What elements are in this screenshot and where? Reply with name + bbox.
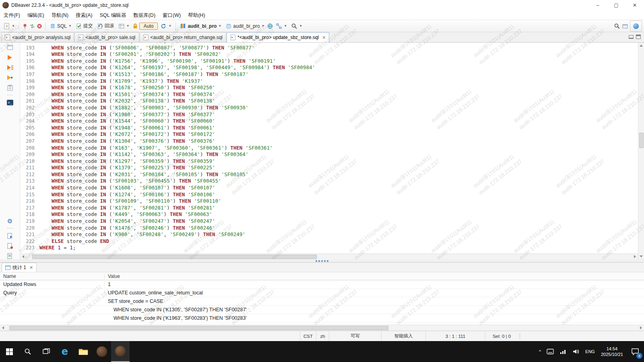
schema-selector[interactable]: audit_bi_pro ▼ — [224, 22, 266, 30]
table-row[interactable]: SET store_code = CASE — [0, 297, 644, 306]
editor-tab[interactable]: <audit_bi_pro> return_change.sql — [140, 32, 226, 42]
scroll-right-icon[interactable] — [638, 325, 644, 331]
code-line[interactable]: 214 WHEN store_code IN ('K1608', 'SF0010… — [20, 185, 638, 191]
editor-horizontal-scrollbar[interactable] — [20, 253, 638, 259]
hscroll-thumb[interactable] — [32, 255, 317, 259]
close-button[interactable]: ✕ — [625, 0, 644, 10]
sql-console-icon[interactable]: >_ — [6, 99, 14, 106]
panel-horizontal-scrollbar[interactable] — [0, 325, 644, 331]
code-line[interactable]: 208 WHEN store_code IN ('K163', 'K1907',… — [20, 145, 638, 152]
globe-icon[interactable] — [267, 23, 273, 29]
code-line[interactable]: 199 WHEN store_code IN ('K1678', 'SF0025… — [20, 84, 638, 91]
vscroll-thumb[interactable] — [639, 133, 644, 148]
maximize-button[interactable]: ▢ — [607, 0, 625, 10]
code-line[interactable]: 223WHERE 1 = 1; — [20, 245, 638, 251]
column-header-name[interactable]: Name — [0, 274, 105, 279]
vscroll-track[interactable] — [638, 49, 644, 253]
editor-tab[interactable]: *<audit_bi_pro> update_sbz_store.sql✕ — [227, 32, 329, 42]
execute-script-icon[interactable] — [6, 64, 14, 71]
table-row[interactable]: Updated Rows1 — [0, 280, 644, 289]
code-line[interactable]: 207 WHEN store_code IN ('K1304', 'SF0037… — [20, 138, 638, 145]
execute-new-tab-icon[interactable] — [6, 74, 14, 81]
code-line[interactable]: 210 WHEN store_code IN ('K1297', 'SF0035… — [20, 158, 638, 165]
menu-item-7[interactable]: 窗口(W) — [159, 10, 184, 20]
code-line[interactable]: 216 WHEN store_code IN ('SF00109', 'SF00… — [20, 198, 638, 205]
code-line[interactable]: 215 WHEN store_code IN ('K1274', 'SF0010… — [20, 191, 638, 198]
menu-item-5[interactable]: SQL 编辑器 — [96, 10, 130, 20]
connection-selector[interactable]: audit_bi_pro ▼ — [178, 22, 223, 30]
language-indicator[interactable]: ENG — [582, 341, 598, 362]
search-dropdown[interactable]: ▼ — [289, 22, 304, 30]
code-line[interactable]: 198 WHEN store_code IN ('K1709', 'K1937'… — [20, 78, 638, 85]
hscroll-thumb[interactable] — [9, 326, 388, 330]
code-line[interactable]: 200 WHEN store_code IN ('K1501', 'SF0037… — [20, 91, 638, 98]
editor-vertical-scrollbar[interactable] — [638, 43, 644, 259]
menu-item-3[interactable]: 导航(N) — [48, 10, 72, 20]
code-line[interactable]: 221 WHEN store_code IN ('K980', 'SF00248… — [20, 231, 638, 238]
panel-toggle-icon[interactable] — [6, 44, 14, 51]
code-line[interactable]: 204 WHEN store_code IN ('K1544', 'SF0006… — [20, 118, 638, 125]
taskbar-search-button[interactable] — [19, 341, 37, 362]
code-line[interactable]: 194 WHEN store_code IN ('SF00201', 'SF00… — [20, 51, 638, 58]
explain-plan-icon[interactable] — [6, 84, 14, 91]
save-file-icon[interactable] — [6, 242, 14, 249]
refresh-dropdown[interactable]: ▼ — [159, 22, 173, 30]
dbeaver-taskbar-button[interactable] — [93, 341, 111, 362]
minimize-button[interactable]: – — [588, 0, 607, 10]
close-panel-tab-icon[interactable]: ✕ — [29, 265, 33, 270]
menu-item-2[interactable]: 编辑(E) — [24, 10, 48, 20]
scroll-right-icon[interactable] — [632, 254, 638, 260]
code-line[interactable]: 211 WHEN store_code IN ('K1379', 'SF0022… — [20, 165, 638, 171]
editor-tab[interactable]: <audit_bi_pro> analysis.sql — [1, 32, 74, 42]
minimize-view-icon[interactable] — [622, 23, 628, 29]
table-row[interactable]: QueryUPDATE custom_online_sale_return_lo… — [0, 289, 644, 297]
file-explorer-button[interactable] — [74, 341, 93, 362]
code-line[interactable]: 201 WHEN store_code IN ('K2032', 'SF0013… — [20, 98, 638, 105]
scroll-left-icon[interactable] — [0, 325, 6, 331]
table-row[interactable]: WHEN store_code IN ('K1963', 'SF00283') … — [0, 314, 644, 323]
editor-tab[interactable]: <audit_bi_pro> sale.sql — [74, 32, 139, 42]
edge-browser-button[interactable]: e — [56, 341, 74, 362]
tab-statistics[interactable]: 统计 1 ✕ — [2, 263, 37, 272]
close-tab-icon[interactable]: ✕ — [322, 35, 326, 40]
table-row[interactable]: WHEN store_code IN ('K1305', 'SF00287') … — [0, 306, 644, 314]
code-line[interactable]: 212 WHEN store_code IN ('K2031', 'SF0010… — [20, 171, 638, 178]
code-line[interactable]: 193 WHEN store_code IN ('SF00806', 'SF00… — [20, 45, 638, 51]
code-line[interactable]: 220 WHEN store_code IN ('K1476', 'SF0024… — [20, 225, 638, 232]
code-line[interactable]: 213 WHEN store_code IN ('SF00103', 'SF00… — [20, 178, 638, 185]
new-sql-editor-button[interactable]: ▼ — [2, 22, 17, 30]
code-line[interactable]: 219 WHEN store_code IN ('K2054', 'SF0024… — [20, 218, 638, 225]
dbeaver-active-taskbar-button[interactable] — [111, 341, 130, 362]
hscroll-track[interactable] — [6, 325, 638, 331]
pin-icon[interactable] — [22, 23, 28, 29]
code-line[interactable]: 222 ELSE store_code END — [20, 238, 638, 245]
quick-search-icon[interactable] — [614, 23, 620, 29]
code-line[interactable]: 205 WHEN store_code IN ('K1948', 'SF0006… — [20, 125, 638, 132]
code-line[interactable]: 218 WHEN store_code IN ('K449', 'SF00063… — [20, 211, 638, 218]
code-line[interactable]: 206 WHEN store_code IN ('K2072', 'SF0017… — [20, 131, 638, 138]
action-center-button[interactable]: 8 — [626, 341, 644, 362]
code-line[interactable]: 197 WHEN store_code IN ('K1513', 'SF0018… — [20, 71, 638, 78]
panel-splitter[interactable] — [0, 259, 644, 262]
code-viewport[interactable]: 192 WHEN store_code IN ('K162', 'SF00195… — [20, 43, 638, 253]
transaction-log-dropdown[interactable]: ▼ — [117, 22, 131, 30]
task-view-button[interactable] — [37, 341, 56, 362]
volume-icon[interactable] — [570, 341, 582, 362]
settings-gear-icon[interactable]: ⚙ — [6, 217, 14, 224]
execute-statement-icon[interactable] — [6, 54, 14, 61]
minimize-editor-icon[interactable] — [629, 33, 634, 41]
start-button[interactable] — [0, 341, 19, 362]
menu-item-4[interactable]: 搜索(A) — [72, 10, 96, 20]
code-line[interactable]: 209 WHEN store_code IN ('K1142', 'SF0036… — [20, 151, 638, 158]
commit-button[interactable]: 提交 — [74, 22, 95, 30]
sync-connection-icon[interactable] — [29, 23, 35, 29]
autocommit-mode-button[interactable]: Auto — [139, 23, 158, 30]
disconnect-icon[interactable] — [36, 23, 43, 29]
open-file-icon[interactable] — [6, 252, 14, 259]
er-diagram-dropdown[interactable]: ▼ — [274, 22, 289, 30]
code-line[interactable]: 196 WHEN store_code IN ('K1264', 'SF0019… — [20, 64, 638, 71]
rollback-button[interactable]: 回滚 — [95, 22, 116, 30]
code-line[interactable]: 217 WHEN store_code IN ('K1787', 'SF0028… — [20, 205, 638, 212]
perspective-button[interactable] — [630, 21, 642, 32]
code-line[interactable]: 202 WHEN store_code IN ('K1882', 'SF0090… — [20, 105, 638, 111]
